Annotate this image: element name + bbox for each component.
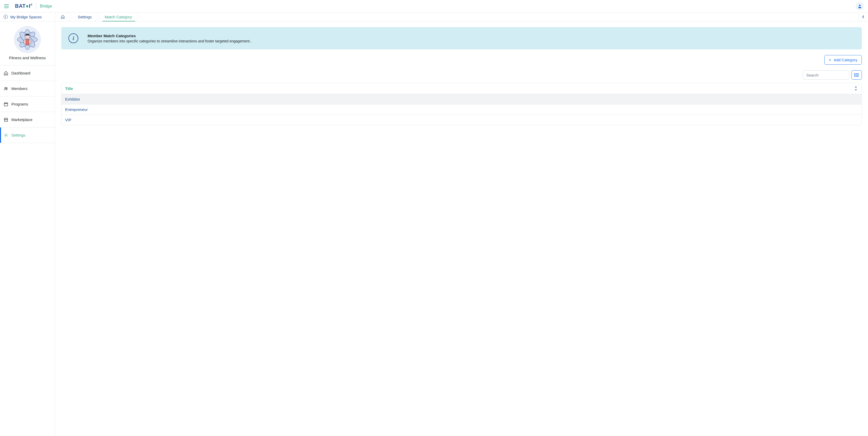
sidebar-item-label: Dashboard	[11, 71, 30, 75]
svg-point-13	[855, 74, 855, 74]
sidebar-item-label: Settings	[11, 133, 25, 137]
sidebar-item-marketplace[interactable]: Marketplace	[0, 112, 55, 127]
top-bar: BAT●I® Bridge	[0, 0, 868, 12]
category-table: Title Exhibitor Entrepreneur VIP	[61, 83, 862, 125]
brand-product: Bridge	[40, 4, 52, 8]
banner-description: Organize members into specific categorie…	[88, 39, 252, 43]
gear-icon	[4, 133, 8, 138]
calendar-icon	[4, 102, 8, 107]
brand-logo-pre: BAT	[15, 3, 26, 9]
svg-rect-7	[24, 39, 26, 44]
row-title: VIP	[65, 118, 71, 122]
menu-toggle[interactable]	[4, 4, 9, 8]
breadcrumb-match-category[interactable]: Match Category	[97, 12, 138, 21]
info-banner: i Member Match Categories Organize membe…	[61, 27, 862, 49]
svg-point-9	[5, 87, 6, 88]
plus-icon: +	[829, 58, 831, 62]
workspace-name: Fitness and Wellness	[4, 56, 51, 60]
breadcrumb-settings[interactable]: Settings	[70, 12, 97, 21]
registered-icon: ®	[30, 3, 33, 6]
table-row[interactable]: Exhibitor	[61, 94, 862, 105]
breadcrumb-label: Settings	[78, 15, 92, 19]
add-category-button[interactable]: + Add Category	[824, 55, 862, 65]
table-row[interactable]: VIP	[61, 115, 862, 125]
sidebar-item-members[interactable]: Members	[0, 81, 55, 96]
back-label: My Bridge Spaces	[10, 15, 42, 19]
row-title: Exhibitor	[65, 97, 80, 101]
back-arrow-icon	[4, 15, 8, 19]
breadcrumb-home[interactable]	[55, 12, 70, 21]
brand-logo: BAT●I®	[15, 3, 33, 9]
home-icon	[61, 15, 65, 19]
workspace-card: Fitness and Wellness	[0, 22, 55, 65]
svg-point-10	[6, 87, 7, 88]
svg-point-0	[859, 5, 861, 6]
banner-title: Member Match Categories	[88, 34, 252, 38]
sidebar-item-dashboard[interactable]: Dashboard	[0, 65, 55, 81]
chevron-left-icon	[862, 15, 865, 19]
sidebar: My Bridge Spaces Fitnes	[0, 12, 55, 436]
search-input[interactable]	[803, 70, 849, 80]
home-icon	[4, 71, 8, 76]
content: Settings Match Category i Member Match C…	[55, 12, 868, 436]
list-view-button[interactable]	[851, 70, 862, 80]
add-category-label: Add Category	[834, 58, 858, 62]
sidebar-item-label: Marketplace	[11, 117, 33, 122]
column-title[interactable]: Title	[65, 86, 854, 91]
brand-divider	[36, 3, 36, 9]
store-icon	[4, 117, 8, 122]
sidebar-item-label: Members	[11, 86, 28, 91]
back-to-spaces[interactable]: My Bridge Spaces	[0, 12, 55, 22]
active-underline	[102, 21, 135, 22]
members-icon	[4, 86, 8, 91]
sidebar-item-label: Programs	[11, 102, 28, 106]
leaf-icon: ●	[26, 3, 29, 9]
search-row	[61, 70, 862, 80]
svg-point-15	[855, 75, 855, 75]
info-icon: i	[68, 33, 78, 43]
table-header: Title	[61, 83, 862, 94]
breadcrumb-collapse[interactable]	[858, 12, 868, 21]
list-icon	[854, 73, 859, 77]
sidebar-item-programs[interactable]: Programs	[0, 96, 55, 112]
svg-rect-11	[4, 103, 8, 106]
sidebar-item-settings[interactable]: Settings	[0, 127, 55, 143]
sort-toggle[interactable]	[854, 86, 858, 91]
breadcrumb-label: Match Category	[104, 15, 132, 19]
brand[interactable]: BAT●I® Bridge	[15, 3, 52, 9]
table-row[interactable]: Entrepreneur	[61, 105, 862, 115]
sidebar-nav: Dashboard Members Programs Marketplace S…	[0, 65, 55, 143]
svg-point-17	[855, 76, 855, 77]
svg-rect-8	[29, 39, 31, 44]
user-icon	[858, 4, 862, 8]
row-title: Entrepreneur	[65, 107, 88, 112]
workspace-avatar	[14, 26, 41, 53]
user-avatar[interactable]	[856, 2, 864, 10]
toolbar: + Add Category	[61, 55, 862, 65]
svg-point-12	[5, 135, 7, 136]
breadcrumb: Settings Match Category	[55, 12, 868, 22]
